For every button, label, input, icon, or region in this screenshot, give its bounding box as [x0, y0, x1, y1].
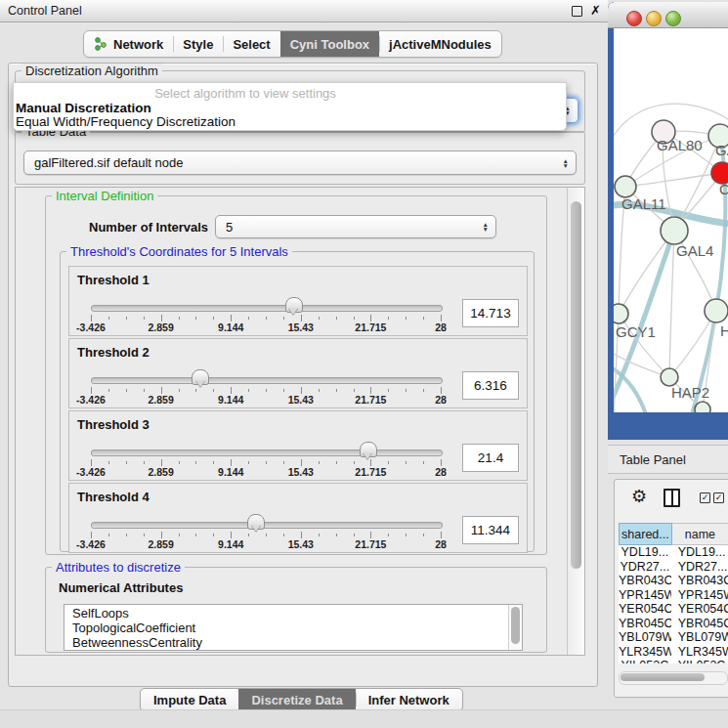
checkbox-icon[interactable]: ✓: [713, 492, 724, 503]
attribute-list-item[interactable]: SelfLoops: [72, 606, 509, 621]
slider-tick: [231, 387, 232, 394]
numerical-attributes-list[interactable]: SelfLoopsTopologicalCoefficientBetweenne…: [64, 604, 523, 651]
close-traffic-light-icon[interactable]: [626, 11, 642, 26]
slider-tick: [423, 389, 424, 392]
settings-scrollbar-thumb[interactable]: [571, 201, 581, 569]
list-scrollbar[interactable]: [508, 605, 522, 650]
tab-jactivemnodules[interactable]: jActiveMNodules: [379, 31, 501, 57]
dropdown-option-equal-width-frequency[interactable]: Equal Width/Frequency Discretization: [16, 114, 236, 129]
checkbox-icon[interactable]: ✓: [700, 492, 710, 503]
slider-tick: [441, 459, 442, 466]
network-node[interactable]: [705, 299, 728, 322]
table-row[interactable]: YBR043CYBR043C: [619, 574, 728, 588]
float-window-icon[interactable]: [572, 6, 582, 17]
slider-thumb[interactable]: [285, 297, 303, 313]
tab-discretize-data[interactable]: Discretize Data: [238, 689, 355, 710]
table-cell: YBL079W: [671, 630, 728, 645]
slider-tick: [126, 317, 127, 320]
network-node[interactable]: [695, 402, 710, 412]
network-node[interactable]: [615, 176, 636, 197]
network-node[interactable]: [661, 217, 688, 244]
attribute-list-item[interactable]: BetweennessCentrality: [72, 635, 509, 650]
slider-tick: [301, 315, 302, 321]
table-row[interactable]: YBR045CYBR045C: [619, 617, 728, 631]
slider-track[interactable]: [91, 305, 443, 312]
spinner-arrows-icon: ▲▼: [563, 151, 569, 174]
table-hscrollbar-thumb[interactable]: [621, 673, 705, 681]
attribute-list-item[interactable]: TopologicalCoefficient: [72, 621, 509, 635]
slider-tick: [423, 461, 424, 464]
slider-tick-label: 21.715: [355, 321, 386, 333]
slider-tick: [406, 317, 407, 320]
threshold-value-field[interactable]: 6.316: [462, 371, 519, 400]
table-row[interactable]: YIL052CYIL052C: [619, 659, 728, 664]
slider-tick: [213, 461, 214, 464]
tab-label: Impute Data: [153, 693, 226, 707]
threshold-panel: Threshold 2 -3.4262.8599.14415.4321.7152…: [68, 338, 528, 408]
spinner-arrows-icon: ▲▼: [483, 216, 489, 237]
minimize-traffic-light-icon[interactable]: [646, 11, 662, 26]
slider-tick: [388, 534, 389, 536]
table-panel-title: Table Panel: [620, 452, 686, 467]
control-panel-titlebar: Control Panel ✗: [0, 0, 608, 22]
table-cell: YDL19...: [671, 545, 728, 560]
table-row[interactable]: YBL079WYBL079W: [619, 630, 728, 645]
table-row[interactable]: YDR27...YDR27...: [619, 560, 728, 575]
table-row[interactable]: YPR145WYPR145W: [619, 588, 728, 603]
dropdown-option-manual-discretization[interactable]: Manual Discretization: [16, 101, 151, 115]
columns-icon[interactable]: [664, 489, 680, 507]
slider-track[interactable]: [91, 522, 443, 529]
slider-tick-label: -3.426: [76, 394, 106, 406]
column-header-name[interactable]: name: [672, 523, 728, 545]
slider-tick-labels: -3.4262.8599.14415.4321.71528: [91, 321, 441, 333]
slider-track[interactable]: [91, 450, 443, 456]
slider-tick: [301, 459, 302, 466]
slider-tick: [354, 317, 355, 320]
settings-scrollpane: Interval Definition Number of Intervals …: [15, 187, 585, 656]
table-horizontal-scrollbar[interactable]: [619, 671, 728, 685]
network-canvas[interactable]: GAL80GACGAL11GAL4GCY1HHAP2: [614, 28, 728, 412]
slider-tick: [161, 532, 162, 538]
list-scrollbar-thumb[interactable]: [511, 607, 520, 644]
tab-style[interactable]: Style: [173, 31, 223, 57]
slider-tick: [370, 315, 371, 321]
slider-tick: [336, 317, 337, 320]
group-title: Interval Definition: [52, 189, 157, 203]
group-title: Attributes to discretize: [52, 560, 185, 575]
cyni-content-panel: Discretization Algorithm ▲▼ Table Data g…: [8, 63, 598, 687]
tab-label: Network: [113, 37, 163, 52]
slider-tick: [248, 461, 249, 464]
table-data-combobox[interactable]: galFiltered.sif default node ▲▼: [23, 150, 577, 175]
tab-cyni-toolbox[interactable]: Cyni Toolbox: [280, 31, 379, 57]
zoom-traffic-light-icon[interactable]: [665, 11, 681, 26]
slider-tick: [231, 459, 232, 466]
number-of-intervals-combobox[interactable]: 5 ▲▼: [215, 215, 496, 238]
gear-icon[interactable]: ⚙: [631, 487, 647, 506]
table-row[interactable]: YLR345WYLR345W: [619, 645, 728, 660]
slider-thumb[interactable]: [192, 369, 209, 385]
tab-impute-data[interactable]: Impute Data: [141, 689, 238, 710]
threshold-value-field[interactable]: 14.713: [462, 299, 519, 327]
column-header-shared-name[interactable]: shared...: [619, 523, 672, 545]
slider-tick: [179, 461, 180, 464]
tab-infer-network[interactable]: Infer Network: [356, 689, 462, 710]
slider-thumb[interactable]: [360, 442, 377, 457]
table-panel-window: ⚙ ✓ ✓ shared... name YDL19...YDL19...YDR…: [614, 479, 728, 698]
table-data-group: Table Data galFiltered.sif default node …: [15, 131, 585, 185]
close-icon[interactable]: ✗: [590, 3, 601, 18]
slider-tick: [370, 532, 371, 538]
table-cell: YPR145W: [671, 588, 728, 603]
network-node[interactable]: [614, 304, 628, 323]
settings-scrollbar[interactable]: [567, 188, 584, 655]
slider-thumb[interactable]: [247, 514, 265, 530]
threshold-value-field[interactable]: 11.344: [462, 516, 519, 544]
table-row[interactable]: YDL19...YDL19...: [619, 545, 728, 560]
tab-network[interactable]: Network: [84, 31, 173, 57]
slider-tick-label: 9.144: [218, 466, 243, 478]
table-row[interactable]: YER054CYER054C: [619, 602, 728, 617]
tab-select[interactable]: Select: [223, 31, 279, 57]
slider-tick-label: 21.715: [355, 466, 386, 478]
slider-track[interactable]: [91, 377, 443, 384]
network-node-label: GCY1: [616, 323, 656, 340]
threshold-value-field[interactable]: 21.4: [462, 444, 519, 472]
